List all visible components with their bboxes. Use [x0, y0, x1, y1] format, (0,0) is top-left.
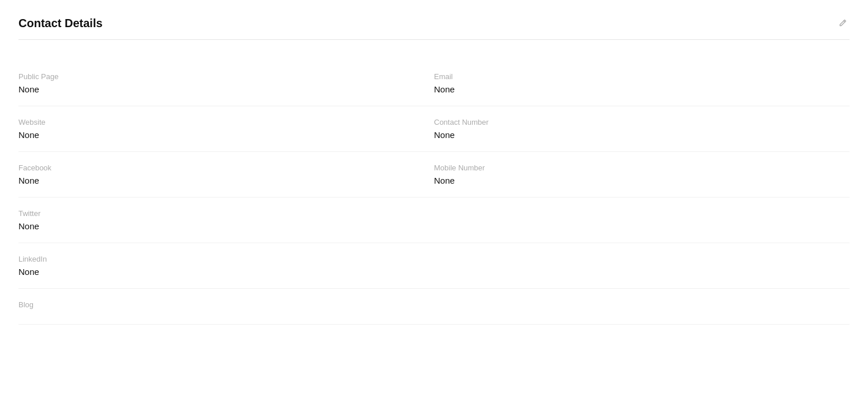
- mobile-number-field: Mobile Number None: [434, 152, 850, 198]
- contact-number-field: Contact Number None: [434, 106, 850, 152]
- mobile-number-label: Mobile Number: [434, 163, 850, 172]
- public-page-value: None: [18, 84, 434, 94]
- linkedin-label: LinkedIn: [18, 255, 850, 263]
- mobile-number-value: None: [434, 176, 850, 185]
- facebook-value: None: [18, 176, 434, 185]
- panel-header: Contact Details: [18, 16, 850, 40]
- email-label: Email: [434, 72, 850, 81]
- pencil-icon: [838, 18, 847, 28]
- edit-button[interactable]: [836, 16, 850, 30]
- contact-details-panel: Contact Details Public Page None Email N…: [0, 0, 868, 343]
- public-page-field: Public Page None: [18, 61, 434, 106]
- blog-field: Blog: [18, 289, 850, 325]
- twitter-label: Twitter: [18, 209, 850, 218]
- linkedin-value: None: [18, 267, 850, 277]
- fields-grid: Public Page None Email None Website None…: [18, 61, 850, 325]
- email-value: None: [434, 84, 850, 94]
- contact-number-label: Contact Number: [434, 118, 850, 126]
- linkedin-field: LinkedIn None: [18, 243, 850, 289]
- website-value: None: [18, 130, 434, 140]
- facebook-label: Facebook: [18, 163, 434, 172]
- panel-title: Contact Details: [18, 17, 103, 30]
- twitter-field: Twitter None: [18, 198, 850, 243]
- contact-number-value: None: [434, 130, 850, 140]
- facebook-field: Facebook None: [18, 152, 434, 198]
- email-field: Email None: [434, 61, 850, 106]
- public-page-label: Public Page: [18, 72, 434, 81]
- website-field: Website None: [18, 106, 434, 152]
- blog-label: Blog: [18, 300, 850, 309]
- twitter-value: None: [18, 221, 850, 231]
- website-label: Website: [18, 118, 434, 126]
